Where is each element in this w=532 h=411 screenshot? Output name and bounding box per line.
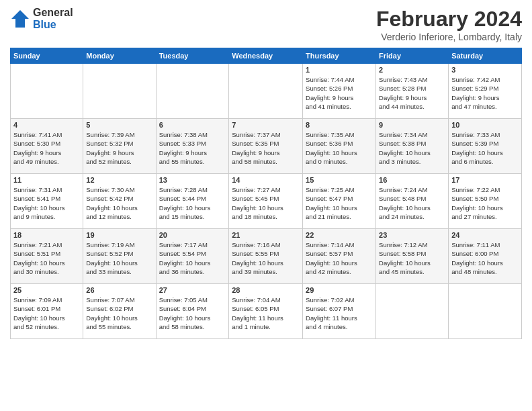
- calendar-table: SundayMondayTuesdayWednesdayThursdayFrid…: [10, 48, 522, 339]
- day-cell: 17Sunrise: 7:22 AMSunset: 5:50 PMDayligh…: [449, 174, 522, 229]
- day-cell: 15Sunrise: 7:25 AMSunset: 5:47 PMDayligh…: [303, 174, 376, 229]
- day-cell: 13Sunrise: 7:28 AMSunset: 5:44 PMDayligh…: [156, 174, 229, 229]
- week-row-3: 18Sunrise: 7:21 AMSunset: 5:51 PMDayligh…: [11, 229, 522, 284]
- day-info: Sunrise: 7:14 AMSunset: 5:57 PMDaylight:…: [306, 240, 373, 276]
- day-number: 10: [451, 121, 519, 129]
- day-number: 8: [306, 121, 373, 129]
- day-cell: 6Sunrise: 7:38 AMSunset: 5:33 PMDaylight…: [156, 119, 229, 174]
- day-info: Sunrise: 7:28 AMSunset: 5:44 PMDaylight:…: [159, 185, 226, 221]
- main-title: February 2024: [376, 7, 522, 32]
- day-info: Sunrise: 7:04 AMSunset: 6:05 PMDaylight:…: [232, 295, 300, 331]
- day-info: Sunrise: 7:44 AMSunset: 5:26 PMDaylight:…: [306, 75, 373, 111]
- day-number: 7: [232, 121, 300, 129]
- day-info: Sunrise: 7:37 AMSunset: 5:35 PMDaylight:…: [232, 130, 300, 166]
- day-number: 12: [86, 176, 152, 184]
- day-number: 20: [159, 231, 226, 239]
- day-number: 26: [86, 286, 152, 294]
- day-info: Sunrise: 7:41 AMSunset: 5:30 PMDaylight:…: [13, 130, 80, 166]
- day-number: 6: [159, 121, 226, 129]
- day-number: 13: [159, 176, 226, 184]
- header-saturday: Saturday: [449, 48, 522, 64]
- day-info: Sunrise: 7:16 AMSunset: 5:55 PMDaylight:…: [232, 240, 300, 276]
- day-cell: 4Sunrise: 7:41 AMSunset: 5:30 PMDaylight…: [11, 119, 83, 174]
- day-cell: 27Sunrise: 7:05 AMSunset: 6:04 PMDayligh…: [156, 284, 229, 339]
- day-cell: 18Sunrise: 7:21 AMSunset: 5:51 PMDayligh…: [11, 229, 83, 284]
- day-cell: [229, 64, 303, 119]
- day-number: 18: [13, 231, 80, 239]
- day-cell: [449, 284, 522, 339]
- day-number: 27: [159, 286, 226, 294]
- day-info: Sunrise: 7:39 AMSunset: 5:32 PMDaylight:…: [86, 130, 152, 166]
- day-info: Sunrise: 7:19 AMSunset: 5:52 PMDaylight:…: [86, 240, 152, 276]
- day-number: 16: [379, 176, 445, 184]
- day-number: 2: [379, 66, 445, 74]
- header-wednesday: Wednesday: [229, 48, 303, 64]
- day-number: 25: [13, 286, 80, 294]
- day-info: Sunrise: 7:11 AMSunset: 6:00 PMDaylight:…: [451, 240, 519, 276]
- day-info: Sunrise: 7:38 AMSunset: 5:33 PMDaylight:…: [159, 130, 226, 166]
- day-cell: 25Sunrise: 7:09 AMSunset: 6:01 PMDayligh…: [11, 284, 83, 339]
- day-cell: 22Sunrise: 7:14 AMSunset: 5:57 PMDayligh…: [303, 229, 376, 284]
- day-info: Sunrise: 7:12 AMSunset: 5:58 PMDaylight:…: [379, 240, 445, 276]
- day-number: 21: [232, 231, 300, 239]
- day-number: 9: [379, 121, 445, 129]
- day-cell: 20Sunrise: 7:17 AMSunset: 5:54 PMDayligh…: [156, 229, 229, 284]
- day-number: 24: [451, 231, 519, 239]
- day-cell: [83, 64, 156, 119]
- logo-blue: Blue: [33, 19, 73, 31]
- day-number: 5: [86, 121, 152, 129]
- week-row-4: 25Sunrise: 7:09 AMSunset: 6:01 PMDayligh…: [11, 284, 522, 339]
- day-cell: 8Sunrise: 7:35 AMSunset: 5:36 PMDaylight…: [303, 119, 376, 174]
- day-info: Sunrise: 7:27 AMSunset: 5:45 PMDaylight:…: [232, 185, 300, 221]
- week-row-0: 1Sunrise: 7:44 AMSunset: 5:26 PMDaylight…: [11, 64, 522, 119]
- day-number: 19: [86, 231, 152, 239]
- day-cell: 28Sunrise: 7:04 AMSunset: 6:05 PMDayligh…: [229, 284, 303, 339]
- day-cell: 11Sunrise: 7:31 AMSunset: 5:41 PMDayligh…: [11, 174, 83, 229]
- day-number: 23: [379, 231, 445, 239]
- day-number: 28: [232, 286, 300, 294]
- day-cell: 26Sunrise: 7:07 AMSunset: 6:02 PMDayligh…: [83, 284, 156, 339]
- day-number: 11: [13, 176, 80, 184]
- logo-icon: [10, 9, 30, 29]
- day-info: Sunrise: 7:34 AMSunset: 5:38 PMDaylight:…: [379, 130, 445, 166]
- logo-text: General Blue: [33, 7, 73, 30]
- calendar-header: SundayMondayTuesdayWednesdayThursdayFrid…: [11, 48, 522, 64]
- day-info: Sunrise: 7:09 AMSunset: 6:01 PMDaylight:…: [13, 295, 80, 331]
- header-sunday: Sunday: [11, 48, 83, 64]
- day-cell: [156, 64, 229, 119]
- day-cell: 23Sunrise: 7:12 AMSunset: 5:58 PMDayligh…: [376, 229, 449, 284]
- title-area: February 2024 Verderio Inferiore, Lombar…: [376, 7, 522, 42]
- day-cell: 7Sunrise: 7:37 AMSunset: 5:35 PMDaylight…: [229, 119, 303, 174]
- day-cell: 2Sunrise: 7:43 AMSunset: 5:28 PMDaylight…: [376, 64, 449, 119]
- day-cell: 10Sunrise: 7:33 AMSunset: 5:39 PMDayligh…: [449, 119, 522, 174]
- week-row-1: 4Sunrise: 7:41 AMSunset: 5:30 PMDaylight…: [11, 119, 522, 174]
- day-cell: [376, 284, 449, 339]
- week-row-2: 11Sunrise: 7:31 AMSunset: 5:41 PMDayligh…: [11, 174, 522, 229]
- day-info: Sunrise: 7:22 AMSunset: 5:50 PMDaylight:…: [451, 185, 519, 221]
- day-number: 29: [306, 286, 373, 294]
- calendar-body: 1Sunrise: 7:44 AMSunset: 5:26 PMDaylight…: [11, 64, 522, 339]
- header-area: General Blue February 2024 Verderio Infe…: [10, 7, 522, 42]
- day-number: 3: [451, 66, 519, 74]
- day-info: Sunrise: 7:17 AMSunset: 5:54 PMDaylight:…: [159, 240, 226, 276]
- sub-title: Verderio Inferiore, Lombardy, Italy: [376, 32, 522, 42]
- day-number: 1: [306, 66, 373, 74]
- day-info: Sunrise: 7:25 AMSunset: 5:47 PMDaylight:…: [306, 185, 373, 221]
- logo: General Blue: [10, 7, 73, 30]
- header-monday: Monday: [83, 48, 156, 64]
- day-cell: 5Sunrise: 7:39 AMSunset: 5:32 PMDaylight…: [83, 119, 156, 174]
- day-info: Sunrise: 7:30 AMSunset: 5:42 PMDaylight:…: [86, 185, 152, 221]
- day-cell: 24Sunrise: 7:11 AMSunset: 6:00 PMDayligh…: [449, 229, 522, 284]
- day-info: Sunrise: 7:02 AMSunset: 6:07 PMDaylight:…: [306, 295, 373, 331]
- day-info: Sunrise: 7:42 AMSunset: 5:29 PMDaylight:…: [451, 75, 519, 111]
- header-tuesday: Tuesday: [156, 48, 229, 64]
- header-row: SundayMondayTuesdayWednesdayThursdayFrid…: [11, 48, 522, 64]
- day-info: Sunrise: 7:35 AMSunset: 5:36 PMDaylight:…: [306, 130, 373, 166]
- day-cell: 29Sunrise: 7:02 AMSunset: 6:07 PMDayligh…: [303, 284, 376, 339]
- day-cell: 19Sunrise: 7:19 AMSunset: 5:52 PMDayligh…: [83, 229, 156, 284]
- day-cell: [11, 64, 83, 119]
- page: General Blue February 2024 Verderio Infe…: [0, 0, 532, 411]
- day-info: Sunrise: 7:05 AMSunset: 6:04 PMDaylight:…: [159, 295, 226, 331]
- day-info: Sunrise: 7:33 AMSunset: 5:39 PMDaylight:…: [451, 130, 519, 166]
- day-number: 17: [451, 176, 519, 184]
